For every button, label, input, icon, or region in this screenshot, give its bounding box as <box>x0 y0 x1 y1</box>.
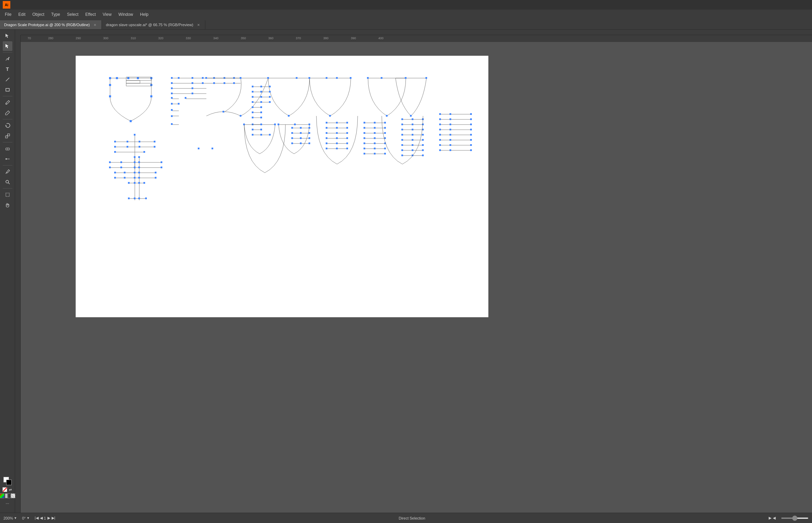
svg-rect-77 <box>240 115 241 117</box>
svg-rect-69 <box>326 77 327 79</box>
svg-rect-301 <box>450 134 451 136</box>
svg-rect-54 <box>192 87 193 89</box>
svg-rect-190 <box>308 137 310 139</box>
menu-select[interactable]: Select <box>64 11 82 18</box>
tool-separator-4 <box>3 142 12 142</box>
direct-selection-tool[interactable] <box>3 41 12 51</box>
svg-rect-121 <box>114 141 116 142</box>
svg-rect-80 <box>386 115 388 117</box>
ruler-row <box>15 30 812 35</box>
none-swatch[interactable] <box>2 487 7 492</box>
svg-rect-126 <box>114 146 116 148</box>
svg-rect-100 <box>269 96 271 98</box>
svg-rect-71 <box>350 77 351 79</box>
svg-rect-106 <box>252 111 253 113</box>
zoom-control[interactable]: 200% ▾ <box>3 516 17 520</box>
svg-rect-107 <box>260 111 262 113</box>
nav-right-icon[interactable]: ▶ <box>769 516 771 520</box>
svg-rect-260 <box>401 129 403 130</box>
svg-rect-143 <box>161 161 162 163</box>
hand-tool[interactable] <box>3 200 12 210</box>
svg-text:380: 380 <box>323 36 328 40</box>
svg-rect-123 <box>139 141 140 142</box>
svg-rect-233 <box>384 132 386 134</box>
svg-rect-206 <box>326 132 327 134</box>
line-tool[interactable] <box>3 75 12 84</box>
blend-tool[interactable] <box>3 154 12 164</box>
rotate-tool[interactable] <box>3 121 12 130</box>
svg-rect-232 <box>374 132 376 134</box>
paintbrush-tool[interactable] <box>3 98 12 107</box>
rotation-dropdown-icon[interactable]: ▾ <box>27 516 29 520</box>
menu-window[interactable]: Window <box>115 11 137 18</box>
svg-point-13 <box>6 180 9 183</box>
svg-rect-50 <box>213 82 215 84</box>
eyedropper-tool[interactable] <box>3 167 12 177</box>
svg-text:70: 70 <box>28 36 31 40</box>
svg-rect-216 <box>336 148 338 149</box>
menu-help[interactable]: Help <box>137 11 152 18</box>
pencil-tool[interactable] <box>3 108 12 118</box>
svg-rect-79 <box>329 115 331 117</box>
navigate-arrows[interactable]: ▶ ◀ <box>769 516 776 520</box>
svg-rect-228 <box>364 127 365 129</box>
color-mode[interactable] <box>0 493 4 498</box>
svg-rect-257 <box>401 124 403 125</box>
more-options[interactable]: ··· <box>6 501 9 506</box>
svg-rect-140 <box>120 161 122 163</box>
svg-text:370: 370 <box>296 36 301 40</box>
svg-point-10 <box>8 158 10 160</box>
tab-dragon-slave[interactable]: dragon slave upscale.ai* @ 66.75 % (RGB/… <box>102 20 205 29</box>
svg-point-3 <box>6 104 7 105</box>
pen-tool[interactable] <box>3 54 12 64</box>
page-number: 1 <box>44 516 46 520</box>
gradient-mode[interactable] <box>5 493 10 498</box>
menu-type[interactable]: Type <box>48 11 64 18</box>
svg-rect-226 <box>374 122 376 124</box>
menu-effect[interactable]: Effect <box>82 11 99 18</box>
menu-edit[interactable]: Edit <box>15 11 29 18</box>
zoom-tool[interactable] <box>3 177 12 187</box>
page-next-icon[interactable]: ▶ <box>47 516 50 520</box>
eraser-tool[interactable] <box>3 144 12 153</box>
nav-left-icon[interactable]: ◀ <box>773 516 776 520</box>
svg-rect-275 <box>401 154 403 156</box>
svg-rect-166 <box>128 198 130 199</box>
menu-view[interactable]: View <box>99 11 115 18</box>
menu-object[interactable]: Object <box>29 11 48 18</box>
tab-close-2[interactable]: ✕ <box>196 22 201 27</box>
artboard-tool[interactable] <box>3 190 12 200</box>
tab-close-1[interactable]: ✕ <box>93 22 97 27</box>
pattern-mode[interactable] <box>11 493 15 498</box>
svg-rect-292 <box>450 118 451 120</box>
color-mode-btns <box>0 493 15 498</box>
rectangle-tool[interactable] <box>3 85 12 95</box>
svg-point-9 <box>6 158 7 160</box>
ruler-horizontal <box>21 30 812 35</box>
svg-rect-227 <box>384 122 386 124</box>
tab-dragon-scale[interactable]: Dragon Scale Prototype.ai @ 200 % (RGB/O… <box>0 20 102 29</box>
scale-tool[interactable] <box>3 131 12 141</box>
page-prev-icon[interactable]: ◀ <box>40 516 43 520</box>
fill-stroke-indicator[interactable] <box>3 476 12 486</box>
swap-colors[interactable]: ⇄ <box>8 487 13 492</box>
page-last-icon[interactable]: ▶| <box>52 516 55 520</box>
canvas-area[interactable]: 70 280 290 300 310 320 330 340 350 360 3… <box>21 35 812 513</box>
svg-rect-183 <box>300 127 302 129</box>
menu-file[interactable]: File <box>1 11 15 18</box>
page-first-icon[interactable]: |◀ <box>35 516 39 520</box>
svg-rect-265 <box>422 134 424 136</box>
selection-tool[interactable] <box>3 31 12 41</box>
svg-rect-63 <box>171 123 173 125</box>
zoom-slider[interactable] <box>781 517 809 519</box>
svg-rect-47 <box>171 82 173 84</box>
svg-rect-17 <box>116 77 118 79</box>
type-tool[interactable]: T <box>3 64 12 74</box>
zoom-slider-container[interactable] <box>781 517 809 519</box>
svg-rect-112 <box>252 129 253 130</box>
zoom-dropdown-icon[interactable]: ▾ <box>14 516 17 520</box>
svg-rect-264 <box>412 134 413 136</box>
rotation-control[interactable]: 0° ▾ <box>22 516 29 520</box>
svg-rect-225 <box>364 122 365 124</box>
svg-rect-51 <box>224 82 225 84</box>
